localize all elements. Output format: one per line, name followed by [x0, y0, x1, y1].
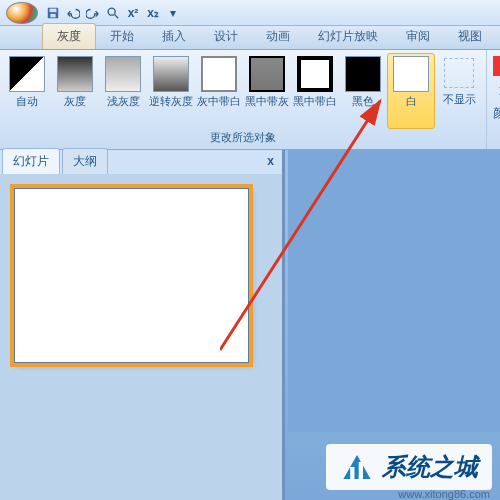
svg-rect-5 [350, 467, 354, 479]
swatch-label: 自动 [16, 94, 38, 109]
subscript-icon[interactable]: x₂ [144, 4, 162, 22]
swatch-逆转灰度[interactable]: 逆转灰度 [148, 54, 194, 128]
tab-6[interactable]: 审阅 [392, 24, 444, 49]
swatch-label: 黑中带灰 [245, 94, 289, 109]
swatch-黑中带灰[interactable]: 黑中带灰 [244, 54, 290, 128]
tab-0[interactable]: 灰度 [42, 23, 96, 49]
tab-4[interactable]: 动画 [252, 24, 304, 49]
redo-icon[interactable] [84, 4, 102, 22]
svg-rect-6 [359, 462, 363, 479]
ribbon: 自动灰度浅灰度逆转灰度灰中带白黑中带灰黑中带白黑色白不显示 更改所选对象 返回 … [0, 50, 500, 150]
swatch-label: 黑色 [352, 94, 374, 109]
superscript-icon[interactable]: x² [124, 4, 142, 22]
swatch-黑色[interactable]: 黑色 [340, 54, 386, 128]
noshow-icon [444, 58, 474, 88]
qat-more-icon[interactable]: ▾ [164, 4, 182, 22]
swatch-label: 黑中带白 [293, 94, 337, 109]
swatch-label: 灰中带白 [197, 94, 241, 109]
tab-2[interactable]: 插入 [148, 24, 200, 49]
swatch-label: 灰度 [64, 94, 86, 109]
save-icon[interactable] [44, 4, 62, 22]
tab-5[interactable]: 幻灯片放映 [304, 24, 392, 49]
ribbon-tabs: 灰度开始插入设计动画幻灯片放映审阅视图 [0, 26, 500, 50]
office-button[interactable] [6, 2, 38, 24]
swatch-自动[interactable]: 自动 [4, 54, 50, 128]
svg-point-3 [108, 8, 115, 15]
noshow-button[interactable]: 不显示 [436, 54, 482, 128]
tab-3[interactable]: 设计 [200, 24, 252, 49]
tab-slides[interactable]: 幻灯片 [2, 148, 60, 174]
slide-thumbnail[interactable] [14, 188, 249, 363]
svg-rect-1 [50, 8, 57, 12]
watermark-brand: 系统之城 [382, 451, 478, 483]
swatch-白[interactable]: 白 [388, 54, 434, 128]
pane-tabs: 幻灯片 大纲 x [0, 150, 282, 174]
watermark: 系统之城 [326, 444, 492, 490]
swatch-label: 逆转灰度 [149, 94, 193, 109]
watermark-logo-icon [340, 450, 374, 484]
swatch-黑中带白[interactable]: 黑中带白 [292, 54, 338, 128]
color-view-label: 颜色视 [493, 105, 500, 122]
slides-pane: 幻灯片 大纲 x [0, 150, 285, 500]
close-icon[interactable]: x [267, 154, 274, 168]
swatch-label: 浅灰度 [107, 94, 140, 109]
watermark-url: www.xitong86.com [398, 488, 490, 500]
svg-rect-2 [50, 13, 55, 17]
swatch-label: 白 [406, 94, 417, 109]
group-label: 更改所选对象 [4, 128, 482, 147]
slide-workspace[interactable] [288, 150, 500, 432]
rgb-icon[interactable] [493, 56, 500, 76]
swatch-灰度[interactable]: 灰度 [52, 54, 98, 128]
tab-1[interactable]: 开始 [96, 24, 148, 49]
zoom-icon[interactable] [104, 4, 122, 22]
tab-outline[interactable]: 大纲 [62, 148, 108, 174]
tab-7[interactable]: 视图 [444, 24, 496, 49]
thumbnail-area[interactable] [0, 174, 282, 500]
group-change-selected: 自动灰度浅灰度逆转灰度灰中带白黑中带灰黑中带白黑色白不显示 更改所选对象 [0, 50, 487, 149]
undo-icon[interactable] [64, 4, 82, 22]
swatch-浅灰度[interactable]: 浅灰度 [100, 54, 146, 128]
swatch-灰中带白[interactable]: 灰中带白 [196, 54, 242, 128]
group-color-view: 返回 颜色视 [487, 50, 500, 149]
